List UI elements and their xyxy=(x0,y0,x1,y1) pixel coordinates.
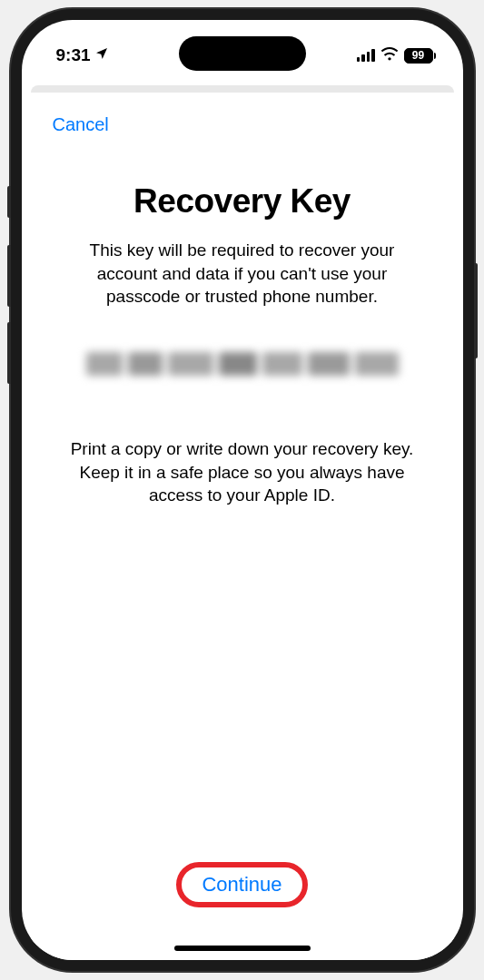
home-indicator[interactable] xyxy=(174,946,311,951)
status-bar-right: 99 xyxy=(357,46,436,64)
screen: 9:31 99 xyxy=(22,20,463,960)
location-icon xyxy=(94,45,109,65)
power-button xyxy=(474,263,478,358)
recovery-key-value xyxy=(70,352,415,381)
continue-container: Continue xyxy=(53,864,432,906)
silent-switch xyxy=(7,186,11,218)
wifi-icon xyxy=(380,46,399,64)
page-title: Recovery Key xyxy=(53,182,432,220)
status-time: 9:31 xyxy=(56,45,91,65)
phone-frame: 9:31 99 xyxy=(11,9,474,971)
status-bar-left: 9:31 xyxy=(56,45,109,65)
description-text: This key will be required to recover you… xyxy=(53,239,432,309)
volume-down-button xyxy=(7,322,11,384)
continue-button[interactable]: Continue xyxy=(178,864,305,906)
dynamic-island xyxy=(179,36,306,71)
volume-up-button xyxy=(7,245,11,307)
continue-label: Continue xyxy=(202,873,282,896)
cellular-signal-icon xyxy=(357,49,375,62)
battery-level: 99 xyxy=(412,49,424,62)
sheet-handle xyxy=(31,85,454,93)
battery-icon: 99 xyxy=(404,48,436,64)
content-area: Cancel Recovery Key This key will be req… xyxy=(22,93,463,960)
instruction-text: Print a copy or write down your recovery… xyxy=(53,437,432,507)
cancel-button[interactable]: Cancel xyxy=(53,114,432,135)
